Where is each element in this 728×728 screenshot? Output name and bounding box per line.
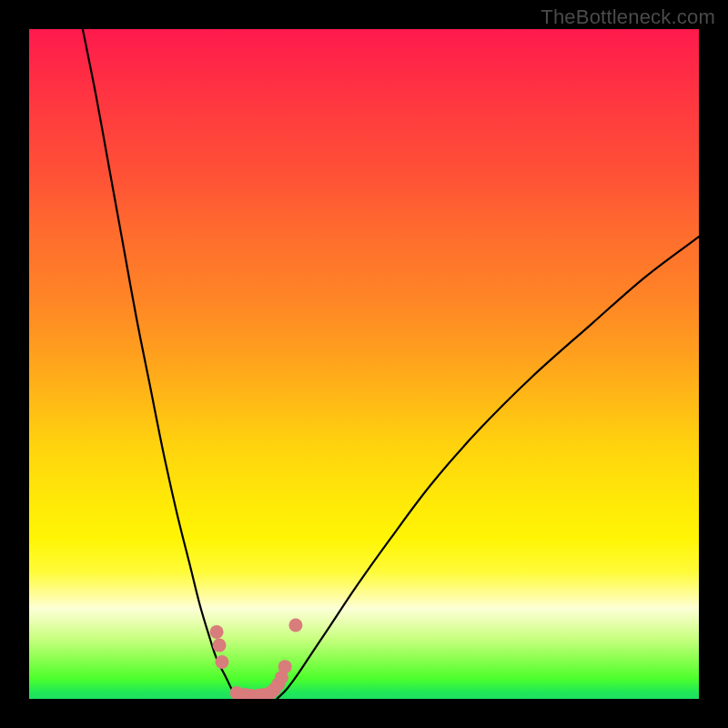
bottleneck-curve-right	[277, 237, 699, 699]
chart-frame: TheBottleneck.com	[0, 0, 728, 728]
bottleneck-curve-left	[83, 29, 240, 699]
marker-dot	[213, 639, 227, 652]
marker-dot	[210, 625, 224, 639]
watermark-text: TheBottleneck.com	[541, 5, 715, 29]
marker-dot	[278, 660, 292, 673]
marker-dot	[288, 619, 302, 632]
chart-svg	[29, 29, 699, 699]
marker-dot	[215, 655, 228, 669]
plot-area	[29, 29, 699, 699]
